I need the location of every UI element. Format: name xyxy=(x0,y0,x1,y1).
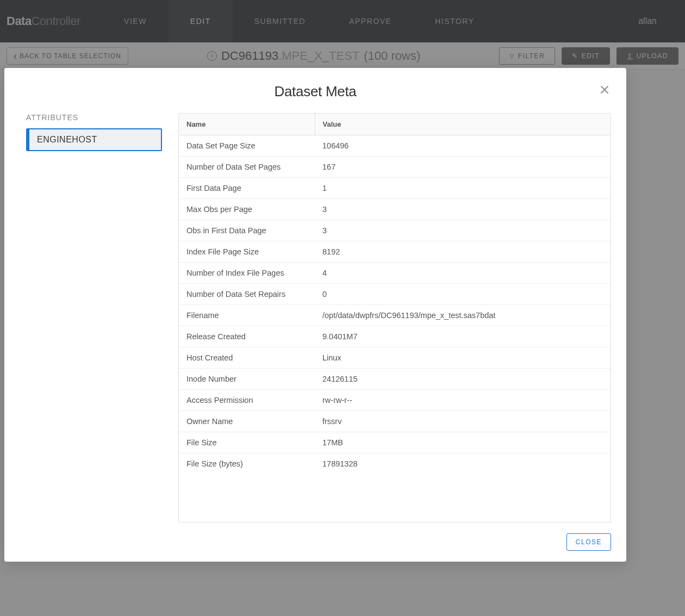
table-row: Data Set Page Size106496 xyxy=(179,135,611,157)
attr-value: Linux xyxy=(315,347,611,369)
modal-sidebar: ATTRIBUTES ENGINEHOST xyxy=(26,113,162,522)
attr-value: 4 xyxy=(315,263,611,284)
table-row: First Data Page1 xyxy=(179,178,611,199)
table-row: Host CreatedLinux xyxy=(179,347,611,369)
attr-name: Release Created xyxy=(179,326,315,347)
attr-value: rw-rw-r-- xyxy=(315,390,611,411)
attr-name: Data Set Page Size xyxy=(179,135,315,157)
attr-value: 24126115 xyxy=(315,369,611,390)
attr-name: First Data Page xyxy=(179,178,315,199)
attr-value: 1 xyxy=(315,178,611,199)
attr-value: 8192 xyxy=(315,241,611,263)
attr-name: Number of Data Set Repairs xyxy=(179,284,315,305)
attr-name: Index File Page Size xyxy=(179,241,315,263)
table-row: Owner Namefrssrv xyxy=(179,411,611,432)
modal-footer: CLOSE xyxy=(4,522,626,562)
attr-value: 106496 xyxy=(315,135,611,157)
table-row: Access Permissionrw-rw-r-- xyxy=(179,390,611,411)
attr-value: 17MB xyxy=(315,432,611,453)
close-icon[interactable] xyxy=(598,83,611,96)
table-row: File Size17MB xyxy=(179,432,611,453)
column-header-name: Name xyxy=(179,114,315,135)
table-row: Obs in First Data Page3 xyxy=(179,220,611,241)
meta-table: Name Value Data Set Page Size106496Numbe… xyxy=(178,113,611,522)
sidebar-item-enginehost[interactable]: ENGINEHOST xyxy=(26,128,162,151)
table-row: Number of Index File Pages4 xyxy=(179,263,611,284)
attr-name: Access Permission xyxy=(179,390,315,411)
sidebar-heading: ATTRIBUTES xyxy=(26,113,162,122)
table-row: Number of Data Set Pages167 xyxy=(179,157,611,178)
attr-value: frssrv xyxy=(315,411,611,432)
attr-name: Filename xyxy=(179,305,315,326)
attr-name: Host Created xyxy=(179,347,315,369)
attr-name: Owner Name xyxy=(179,411,315,432)
attr-name: Obs in First Data Page xyxy=(179,220,315,241)
table-row: Filename/opt/data/dwpfrs/DC961193/mpe_x_… xyxy=(179,305,611,326)
table-row: Inode Number24126115 xyxy=(179,369,611,390)
column-header-value: Value xyxy=(315,114,611,135)
attr-value: 17891328 xyxy=(315,453,611,475)
attr-value: 3 xyxy=(315,220,611,241)
attr-name: Inode Number xyxy=(179,369,315,390)
table-row: Number of Data Set Repairs0 xyxy=(179,284,611,305)
modal-title: Dataset Meta xyxy=(4,68,626,113)
table-row: Index File Page Size8192 xyxy=(179,241,611,263)
attr-name: File Size (bytes) xyxy=(179,453,315,475)
attr-value: 9.0401M7 xyxy=(315,326,611,347)
table-row: File Size (bytes)17891328 xyxy=(179,453,611,475)
attr-name: Number of Index File Pages xyxy=(179,263,315,284)
modal-body: ATTRIBUTES ENGINEHOST Name Value Data Se… xyxy=(4,113,626,522)
attr-name: File Size xyxy=(179,432,315,453)
attr-value: 167 xyxy=(315,157,611,178)
attr-value: 3 xyxy=(315,199,611,220)
dataset-meta-modal: Dataset Meta ATTRIBUTES ENGINEHOST Name … xyxy=(4,68,626,562)
attr-value: /opt/data/dwpfrs/DC961193/mpe_x_test.sas… xyxy=(315,305,611,326)
attr-value: 0 xyxy=(315,284,611,305)
table-row: Max Obs per Page3 xyxy=(179,199,611,220)
attr-name: Max Obs per Page xyxy=(179,199,315,220)
close-button[interactable]: CLOSE xyxy=(566,533,611,551)
table-row: Release Created9.0401M7 xyxy=(179,326,611,347)
attr-name: Number of Data Set Pages xyxy=(179,157,315,178)
